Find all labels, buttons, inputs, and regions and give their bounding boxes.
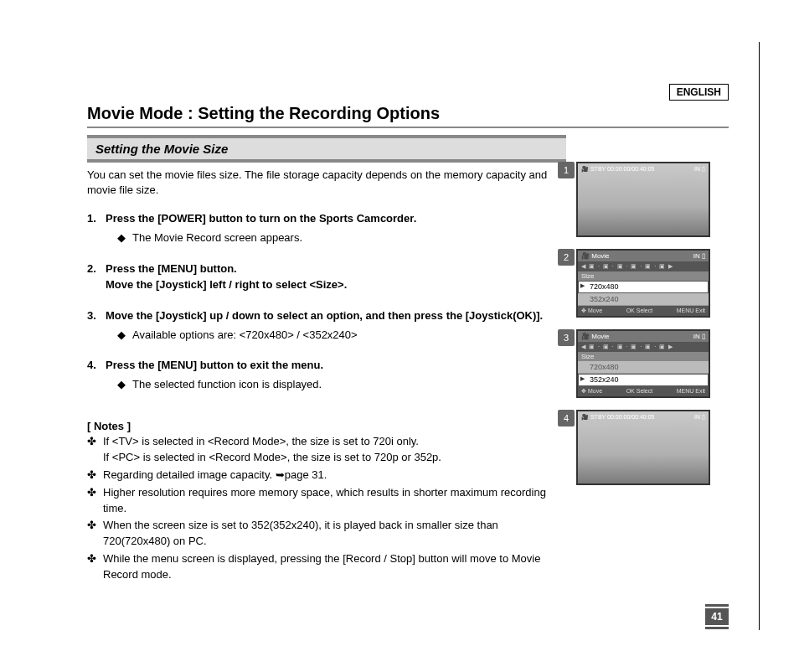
screen-2-foot-select: OK Select	[626, 308, 653, 314]
note-3: ✤ Higher resolution requires more memory…	[87, 485, 566, 517]
language-badge: ENGLISH	[669, 84, 729, 101]
screen-1: 🎥 STBY 00:00:00/00:40:05 IN ▯	[576, 162, 710, 237]
note-5: ✤ While the menu screen is displayed, pr…	[87, 551, 566, 583]
screen-2-mode: 🎥 Movie	[581, 252, 610, 260]
screen-2-footer: ✥ Move OK Select MENU Exit	[578, 306, 709, 316]
figure-2: 2 🎥 Movie IN ▯ ◀ ▣ · ▣ · ▣ · ▣ · ▣ · ▣ ▶…	[576, 249, 729, 318]
figure-3: 3 🎥 Movie IN ▯ ◀ ▣ · ▣ · ▣ · ▣ · ▣ · ▣ ▶…	[576, 329, 729, 398]
step-3-sub-text: Available options are: <720x480> / <352x…	[132, 328, 358, 344]
screen-3-storage: IN ▯	[693, 333, 705, 340]
maltese-icon: ✤	[87, 551, 96, 583]
page-title: Movie Mode : Setting the Recording Optio…	[87, 104, 729, 123]
step-1-sub: ◆ The Movie Record screen appears.	[106, 230, 566, 246]
screen-2-storage: IN ▯	[693, 252, 705, 260]
screen-2-foot-move: ✥ Move	[581, 308, 602, 314]
screen-4: 🎥 STBY 00:00:00/00:40:05 IN ▯	[576, 410, 710, 485]
title-underline	[87, 127, 729, 128]
screen-3-foot-exit: MENU Exit	[677, 388, 705, 395]
step-4-main: Press the [MENU] button to exit the menu…	[106, 358, 566, 374]
text-column: Setting the Movie Size You can set the m…	[87, 135, 566, 585]
screen-3-header: 🎥 Movie IN ▯	[578, 331, 709, 342]
screen-3-sizelabel: Size	[578, 352, 709, 361]
steps-list: Press the [POWER] button to turn on the …	[87, 211, 566, 393]
note-4: ✤ When the screen size is set to 352(352…	[87, 518, 566, 550]
screen-2-opt-720: 720x480	[578, 281, 709, 293]
step-3-sub: ◆ Available options are: <720x480> / <35…	[106, 328, 566, 344]
screen-3-iconrow: ◀ ▣ · ▣ · ▣ · ▣ · ▣ · ▣ ▶	[578, 342, 709, 352]
step-1: Press the [POWER] button to turn on the …	[87, 211, 566, 246]
screen-3-mode: 🎥 Movie	[581, 333, 610, 340]
diamond-icon: ◆	[117, 377, 126, 393]
section-subhead: Setting the Movie Size	[87, 135, 566, 163]
screen-3-opt-352: 352x240	[578, 374, 709, 386]
screen-2-header: 🎥 Movie IN ▯	[578, 251, 709, 261]
figure-1-tab: 1	[558, 162, 575, 178]
screen-2-sizelabel: Size	[578, 271, 709, 281]
step-1-sub-text: The Movie Record screen appears.	[132, 230, 302, 246]
step-3: Move the [Joystick] up / down to select …	[87, 308, 566, 344]
figure-1: 1 🎥 STBY 00:00:00/00:40:05 IN ▯	[576, 162, 729, 237]
step-4-sub-text: The selected function icon is displayed.	[132, 377, 322, 393]
maltese-icon: ✤	[87, 434, 96, 466]
maltese-icon: ✤	[87, 468, 96, 483]
screen-3-opt-720: 720x480	[578, 361, 709, 374]
figure-2-tab: 2	[558, 249, 575, 266]
figure-column: 1 🎥 STBY 00:00:00/00:40:05 IN ▯ 2 🎥 Movi…	[576, 135, 729, 585]
note-1: ✤ If <TV> is selected in <Record Mode>, …	[87, 434, 566, 466]
step-2-line1: Press the [MENU] button.	[106, 261, 566, 277]
content-row: Setting the Movie Size You can set the m…	[87, 135, 729, 585]
step-4: Press the [MENU] button to exit the menu…	[87, 358, 566, 393]
screen-1-photo: 🎥 STBY 00:00:00/00:40:05 IN ▯	[578, 163, 709, 235]
screen-3: 🎥 Movie IN ▯ ◀ ▣ · ▣ · ▣ · ▣ · ▣ · ▣ ▶ S…	[576, 329, 710, 398]
screen-3-foot-move: ✥ Move	[581, 388, 602, 395]
maltese-icon: ✤	[87, 518, 96, 550]
step-3-main: Move the [Joystick] up / down to select …	[106, 308, 566, 324]
screen-2-opt-352: 352x240	[578, 293, 709, 306]
step-1-main: Press the [POWER] button to turn on the …	[106, 211, 566, 227]
intro-text: You can set the movie files size. The fi…	[87, 168, 566, 198]
note-1a: If <TV> is selected in <Record Mode>, th…	[103, 435, 419, 447]
note-3-text: Higher resolution requires more memory s…	[103, 485, 566, 517]
screen-1-storage: IN ▯	[694, 166, 705, 173]
step-2: Press the [MENU] button. Move the [Joyst…	[87, 261, 566, 293]
figure-4-tab: 4	[558, 410, 575, 426]
screen-3-foot-select: OK Select	[626, 388, 653, 395]
page-number: 41	[705, 608, 729, 625]
note-1-text: If <TV> is selected in <Record Mode>, th…	[103, 434, 441, 466]
step-2-line2: Move the [Joystick] left / right to sele…	[106, 277, 566, 293]
diamond-icon: ◆	[117, 328, 126, 344]
note-5-text: While the menu screen is displayed, pres…	[103, 551, 566, 583]
page-edge	[759, 42, 760, 630]
screen-2-iconrow: ◀ ▣ · ▣ · ▣ · ▣ · ▣ · ▣ ▶	[578, 261, 709, 271]
screen-4-status: 🎥 STBY 00:00:00/00:40:05	[581, 414, 655, 421]
step-4-sub: ◆ The selected function icon is displaye…	[106, 377, 566, 393]
screen-4-overlay: 🎥 STBY 00:00:00/00:40:05 IN ▯	[581, 414, 705, 421]
note-4-text: When the screen size is set to 352(352x2…	[103, 518, 566, 550]
diamond-icon: ◆	[117, 230, 126, 246]
screen-1-overlay: 🎥 STBY 00:00:00/00:40:05 IN ▯	[581, 166, 705, 173]
screen-1-status: 🎥 STBY 00:00:00/00:40:05	[581, 166, 655, 173]
note-2-text: Regarding detailed image capacity. ➥page…	[103, 468, 327, 483]
screen-4-photo: 🎥 STBY 00:00:00/00:40:05 IN ▯	[578, 411, 709, 483]
figure-3-tab: 3	[558, 329, 575, 346]
notes-heading: [ Notes ]	[87, 420, 566, 432]
figure-4: 4 🎥 STBY 00:00:00/00:40:05 IN ▯	[576, 410, 729, 485]
screen-2-foot-exit: MENU Exit	[677, 308, 705, 314]
maltese-icon: ✤	[87, 485, 96, 517]
screen-2: 🎥 Movie IN ▯ ◀ ▣ · ▣ · ▣ · ▣ · ▣ · ▣ ▶ S…	[576, 249, 710, 318]
note-2: ✤ Regarding detailed image capacity. ➥pa…	[87, 468, 566, 483]
screen-3-footer: ✥ Move OK Select MENU Exit	[578, 386, 709, 396]
screen-4-storage: IN ▯	[694, 414, 705, 421]
note-1b: If <PC> is selected in <Record Mode>, th…	[103, 451, 441, 463]
notes-list: ✤ If <TV> is selected in <Record Mode>, …	[87, 434, 566, 583]
page-frame: ENGLISH Movie Mode : Setting the Recordi…	[40, 42, 759, 630]
